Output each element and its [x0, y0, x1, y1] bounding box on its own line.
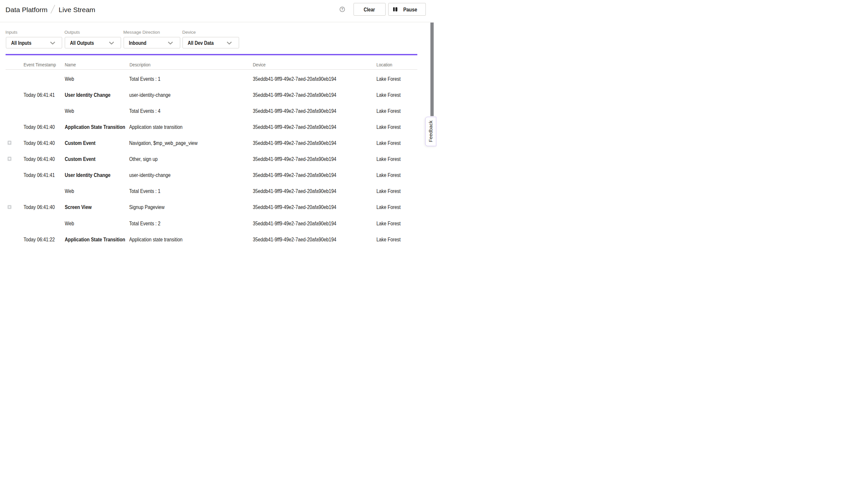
svg-text:?: ?	[341, 7, 343, 11]
